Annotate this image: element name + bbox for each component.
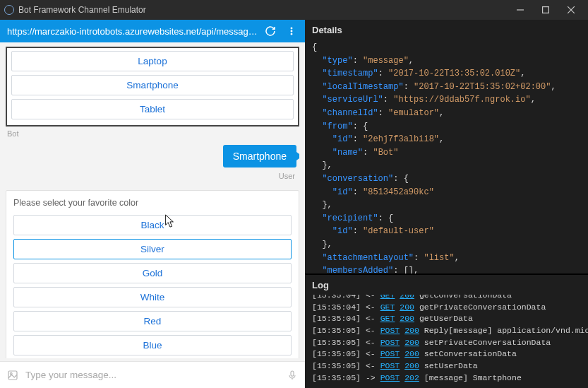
option-laptop[interactable]: Laptop <box>11 51 294 71</box>
chat-scroll[interactable]: Laptop Smartphone Tablet Bot Smartphone … <box>6 42 299 358</box>
address-bar: https://marczakio-introtobots.azurewebsi… <box>0 20 305 42</box>
option-white[interactable]: White <box>13 287 292 307</box>
titlebar: Bot Framework Channel Emulator <box>0 0 588 20</box>
option-tablet[interactable]: Tablet <box>11 99 294 119</box>
option-silver[interactable]: Silver <box>13 239 292 259</box>
attach-icon[interactable] <box>6 368 20 382</box>
option-red[interactable]: Red <box>13 311 292 331</box>
log-title: Log <box>312 280 329 290</box>
sender-label-user: User <box>6 172 295 180</box>
log-header: Log ⋮ <box>305 275 588 295</box>
svg-rect-9 <box>291 371 294 376</box>
address-url[interactable]: https://marczakio-introtobots.azurewebsi… <box>7 26 261 37</box>
user-message-bubble[interactable]: Smartphone <box>223 145 296 167</box>
emulator-left-pane: https://marczakio-introtobots.azurewebsi… <box>0 20 305 388</box>
microphone-icon[interactable] <box>285 368 299 382</box>
app-title: Bot Framework Channel Emulator <box>18 5 508 15</box>
svg-point-6 <box>291 33 292 35</box>
details-json[interactable]: { "type": "message", "timestamp": "2017-… <box>305 40 588 274</box>
option-blue[interactable]: Blue <box>13 335 292 355</box>
compose-bar <box>0 361 305 388</box>
minimize-button[interactable] <box>508 0 533 20</box>
log-body[interactable]: [15:35:02] <- POST 200 setUserData [15:3… <box>305 295 588 388</box>
option-gold[interactable]: Gold <box>13 263 292 283</box>
app-icon <box>4 5 14 15</box>
svg-rect-1 <box>543 7 549 13</box>
option-smartphone[interactable]: Smartphone <box>11 75 294 95</box>
close-button[interactable] <box>558 0 584 20</box>
user-message-row: Smartphone <box>6 145 299 167</box>
log-panel: Log ⋮ [15:35:02] <- POST 200 setUserData… <box>305 274 588 388</box>
option-black[interactable]: Black <box>13 215 292 235</box>
maximize-button[interactable] <box>533 0 558 20</box>
refresh-button[interactable] <box>261 22 280 40</box>
details-header: Details <box>305 20 588 40</box>
svg-point-4 <box>291 28 292 29</box>
hero-card-prompt: Please select your favorite color <box>13 198 292 208</box>
hero-card-device: Laptop Smartphone Tablet <box>6 47 299 127</box>
menu-dots-button[interactable] <box>282 22 301 40</box>
hero-card-color: Please select your favorite color Black … <box>6 190 299 358</box>
message-input[interactable] <box>25 370 285 380</box>
chat-area: Laptop Smartphone Tablet Bot Smartphone … <box>0 42 305 361</box>
details-title: Details <box>312 25 342 35</box>
sender-label-bot: Bot <box>7 129 299 138</box>
svg-point-5 <box>291 30 292 32</box>
emulator-right-pane: Details { "type": "message", "timestamp"… <box>305 20 588 388</box>
